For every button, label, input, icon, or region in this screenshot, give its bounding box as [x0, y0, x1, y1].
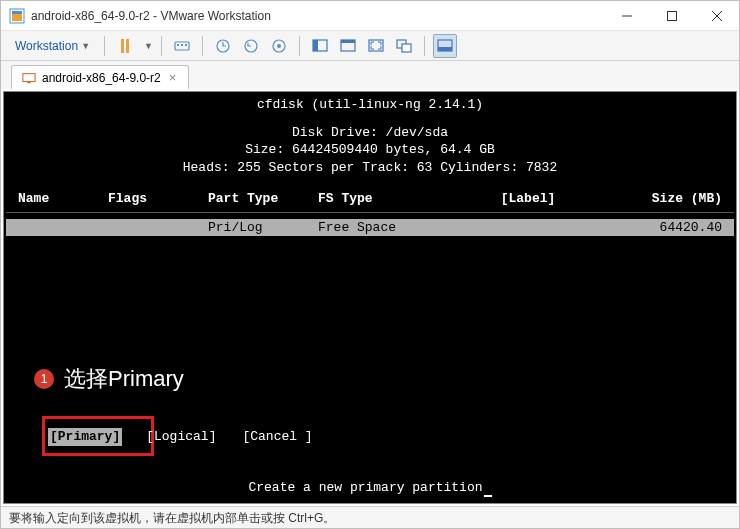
row-fs-type: Free Space [318, 219, 448, 237]
close-tab-button[interactable]: × [167, 70, 179, 85]
window-title: android-x86_64-9.0-r2 - VMware Workstati… [31, 9, 604, 23]
svg-rect-2 [12, 11, 22, 14]
option-cancel[interactable]: [Cancel ] [240, 428, 314, 446]
vm-console[interactable]: cfdisk (util-linux-ng 2.14.1) Disk Drive… [3, 91, 737, 504]
manage-snapshot-button[interactable] [267, 34, 291, 58]
show-console-view-button[interactable] [308, 34, 332, 58]
status-text: 要将输入定向到该虚拟机，请在虚拟机内部单击或按 Ctrl+G。 [9, 511, 335, 525]
disk-drive-line: Disk Drive: /dev/sda [6, 124, 734, 142]
chevron-down-icon[interactable]: ▼ [144, 41, 153, 51]
cfdisk-hint: Create a new primary partition [4, 479, 736, 497]
header-flags: Flags [108, 190, 208, 208]
svg-rect-23 [438, 47, 452, 51]
maximize-button[interactable] [649, 1, 694, 30]
vmware-window: android-x86_64-9.0-r2 - VMware Workstati… [0, 0, 740, 529]
svg-rect-18 [341, 40, 355, 43]
toolbar-separator [202, 36, 203, 56]
close-button[interactable] [694, 1, 739, 30]
partition-row-selected[interactable]: Pri/Log Free Space 64420.40 [6, 219, 734, 237]
workstation-menu-label: Workstation [15, 39, 78, 53]
vm-icon [22, 71, 36, 85]
show-hide-library-button[interactable] [336, 34, 360, 58]
annotation-badge: 1 [34, 369, 54, 389]
status-bar: 要将输入定向到该虚拟机，请在虚拟机内部单击或按 Ctrl+G。 [1, 506, 739, 528]
annotation-overlay: 1 选择Primary [34, 364, 184, 394]
toolbar-separator [299, 36, 300, 56]
header-part-type: Part Type [208, 190, 318, 208]
header-size: Size (MB) [608, 190, 722, 208]
vm-tab-label: android-x86_64-9.0-r2 [42, 71, 161, 85]
row-name [18, 219, 108, 237]
svg-rect-16 [313, 40, 318, 51]
minimize-button[interactable] [604, 1, 649, 30]
svg-rect-21 [402, 44, 411, 52]
tab-bar: android-x86_64-9.0-r2 × [1, 61, 739, 89]
disk-geometry-line: Heads: 255 Sectors per Track: 63 Cylinde… [6, 159, 734, 177]
svg-point-14 [277, 44, 281, 48]
cfdisk-title: cfdisk (util-linux-ng 2.14.1) [6, 96, 734, 114]
svg-rect-10 [185, 44, 187, 46]
snapshot-button[interactable] [211, 34, 235, 58]
hint-text: Create a new primary partition [248, 480, 482, 495]
thumbnail-bar-button[interactable] [433, 34, 457, 58]
option-primary[interactable]: [Primary] [48, 428, 122, 446]
pause-button[interactable] [113, 34, 137, 58]
titlebar: android-x86_64-9.0-r2 - VMware Workstati… [1, 1, 739, 31]
row-size: 64420.40 [608, 219, 722, 237]
svg-rect-8 [177, 44, 179, 46]
row-flags [108, 219, 208, 237]
workstation-menu[interactable]: Workstation ▼ [9, 35, 96, 57]
partition-headers: Name Flags Part Type FS Type [Label] Siz… [6, 190, 734, 208]
annotation-text: 选择Primary [64, 364, 184, 394]
disk-size-line: Size: 64424509440 bytes, 64.4 GB [6, 141, 734, 159]
svg-rect-25 [27, 81, 31, 83]
chevron-down-icon: ▼ [81, 41, 90, 51]
pause-icon [121, 39, 129, 53]
header-name: Name [18, 190, 108, 208]
cfdisk-options: [Primary] [Logical] [Cancel ] [48, 428, 315, 446]
console-content: cfdisk (util-linux-ng 2.14.1) Disk Drive… [4, 92, 736, 236]
toolbar: Workstation ▼ ▼ [1, 31, 739, 61]
svg-rect-4 [667, 11, 676, 20]
option-logical[interactable]: [Logical] [144, 428, 218, 446]
header-fs-type: FS Type [318, 190, 448, 208]
app-icon [9, 8, 25, 24]
toolbar-separator [161, 36, 162, 56]
header-label: [Label] [448, 190, 608, 208]
vm-tab[interactable]: android-x86_64-9.0-r2 × [11, 65, 189, 89]
send-ctrl-alt-del-button[interactable] [170, 34, 194, 58]
revert-snapshot-button[interactable] [239, 34, 263, 58]
fullscreen-button[interactable] [364, 34, 388, 58]
window-controls [604, 1, 739, 30]
row-part-type: Pri/Log [208, 219, 318, 237]
toolbar-separator [104, 36, 105, 56]
svg-rect-9 [181, 44, 183, 46]
text-cursor [484, 495, 492, 497]
svg-rect-24 [23, 73, 35, 81]
toolbar-separator [424, 36, 425, 56]
unity-button[interactable] [392, 34, 416, 58]
row-label [448, 219, 608, 237]
